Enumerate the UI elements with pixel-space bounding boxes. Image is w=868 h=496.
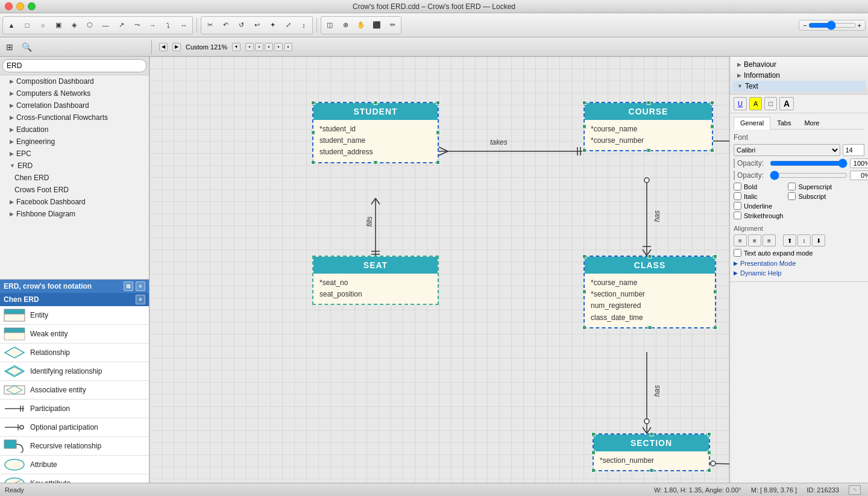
tab-general[interactable]: General: [734, 117, 770, 130]
sidebar-item-epc[interactable]: ▶ EPC: [0, 148, 149, 160]
bold-checkbox[interactable]: [734, 183, 741, 190]
entity-course[interactable]: COURSE *course_name*course_number: [583, 102, 713, 151]
sidebar-item-crows-foot-erd[interactable]: Crows Foot ERD: [0, 184, 149, 196]
line-tool[interactable]: —: [98, 18, 113, 33]
redo-tool[interactable]: ↺: [234, 18, 248, 33]
canvas[interactable]: takes fills has has teaches tea STUDENT …: [149, 57, 729, 483]
undo-tool[interactable]: ↶: [218, 18, 233, 33]
search-btn[interactable]: 🔍: [19, 40, 34, 54]
zoom-dropdown-btn[interactable]: ▾: [232, 43, 241, 51]
text-size-btn[interactable]: A: [779, 97, 794, 110]
cut-tool[interactable]: ✂: [203, 18, 217, 33]
connector-tool3[interactable]: ⤵: [161, 18, 175, 33]
stencil-close-btn-2[interactable]: ×: [136, 295, 145, 304]
ellipse-tool[interactable]: ○: [36, 18, 50, 33]
stencil-item-attribute[interactable]: Attribute: [0, 456, 149, 474]
stencil-item-weak-entity[interactable]: Weak entity: [0, 325, 149, 344]
align-top-btn[interactable]: ⬆: [783, 234, 796, 246]
sidebar-item-erd[interactable]: ▼ ERD: [0, 160, 149, 172]
entity-section[interactable]: SECTION *section_number: [593, 433, 710, 471]
page-size-2[interactable]: ▪: [255, 43, 263, 51]
tab-tabs[interactable]: Tabs: [770, 117, 797, 129]
align-center-btn[interactable]: ≡: [748, 234, 761, 246]
rotate-left[interactable]: ↩: [250, 18, 264, 33]
entity-student[interactable]: STUDENT *student_idstudent_namestudent_a…: [312, 102, 439, 163]
stencil-item-entity[interactable]: Entity: [0, 306, 149, 325]
stencil-item-associative[interactable]: Associative entity: [0, 381, 149, 400]
color2-swatch[interactable]: [734, 171, 735, 180]
connector-tool4[interactable]: ↔: [177, 18, 191, 33]
search-input[interactable]: [2, 59, 146, 72]
connector-tool1[interactable]: ⤳: [130, 18, 144, 33]
flip-tool[interactable]: ↕: [297, 18, 311, 33]
sidebar-item-facebook[interactable]: ▶ Facebook Dashboard: [0, 196, 149, 208]
close-button[interactable]: [5, 2, 13, 10]
page-size-3[interactable]: ▪: [265, 43, 273, 51]
stencil-item-identifying-rel[interactable]: Identifying relationship: [0, 362, 149, 381]
sidebar-item-correlation[interactable]: ▶ Correlation Dashboard: [0, 99, 149, 111]
arrow-tool[interactable]: ↗: [114, 18, 128, 33]
stencil-close-btn[interactable]: ×: [136, 281, 145, 291]
page-size-4[interactable]: ▪: [274, 43, 283, 51]
align-bottom-btn[interactable]: ⬇: [812, 234, 825, 246]
opacity1-value[interactable]: [850, 159, 868, 168]
stencil-item-participation[interactable]: Participation: [0, 400, 149, 418]
connector-tool2[interactable]: →: [145, 18, 160, 33]
grid-view-btn[interactable]: ⊞: [2, 40, 17, 54]
zoom-plus-icon[interactable]: +: [858, 22, 861, 29]
font-size-input[interactable]: [843, 144, 864, 156]
sidebar-item-fishbone[interactable]: ▶ Fishbone Diagram: [0, 208, 149, 220]
page-next-btn[interactable]: ▶: [172, 43, 181, 51]
shape-tool2[interactable]: ⬡: [83, 18, 97, 33]
superscript-checkbox[interactable]: [788, 183, 796, 190]
panel-tree-text[interactable]: ▼ Text: [732, 81, 866, 92]
pen-tool[interactable]: ✏: [385, 18, 400, 33]
page-size-5[interactable]: ▪: [284, 43, 292, 51]
star-tool[interactable]: ✦: [265, 18, 280, 33]
text-bg-btn[interactable]: □: [764, 97, 777, 110]
rect-tool[interactable]: □: [20, 18, 34, 33]
shape-tool1[interactable]: ◈: [67, 18, 81, 33]
panel-tree-information[interactable]: ▶ Information: [732, 70, 866, 81]
table-tool[interactable]: ▣: [51, 18, 66, 33]
dynamic-help-link[interactable]: ▶ Dynamic Help: [734, 268, 864, 278]
zoom-slider[interactable]: [808, 20, 857, 30]
sidebar-item-crossfunc[interactable]: ▶ Cross-Functional Flowcharts: [0, 111, 149, 124]
align-right-btn[interactable]: ≡: [763, 234, 776, 246]
align-left-btn[interactable]: ≡: [734, 234, 747, 246]
maximize-button[interactable]: [28, 2, 36, 10]
entity-class[interactable]: CLASS *course_name*section_numbernum_reg…: [583, 256, 716, 328]
stencil-grid-btn[interactable]: ⊞: [124, 281, 133, 291]
sidebar-item-engineering[interactable]: ▶ Engineering: [0, 136, 149, 148]
underline-checkbox[interactable]: [734, 202, 741, 210]
resize-handle[interactable]: ⤡: [849, 485, 861, 495]
sidebar-item-education[interactable]: ▶ Education: [0, 124, 149, 136]
tab-more[interactable]: More: [797, 117, 826, 129]
opacity2-value[interactable]: [850, 171, 868, 180]
pan-tool[interactable]: ✋: [354, 18, 368, 33]
stencil-item-relationship[interactable]: Relationship: [0, 344, 149, 362]
presentation-mode-link[interactable]: ▶ Presentation Mode: [734, 259, 864, 268]
sidebar-item-computers[interactable]: ▶ Computers & Networks: [0, 87, 149, 99]
zoom-minus-icon[interactable]: −: [803, 22, 807, 29]
entity-seat[interactable]: SEAT *seat_noseat_position: [312, 256, 439, 305]
strikethrough-checkbox[interactable]: [734, 212, 741, 219]
opacity2-slider[interactable]: [770, 172, 848, 179]
auto-expand-checkbox[interactable]: [734, 249, 741, 257]
pages-tool[interactable]: ◫: [322, 18, 337, 33]
stencil-item-optional-part[interactable]: Optional participation: [0, 418, 149, 437]
text-highlight-btn[interactable]: A: [749, 97, 762, 110]
sidebar-item-chen-erd[interactable]: Chen ERD: [0, 172, 149, 184]
select-tool[interactable]: ▲: [4, 18, 19, 33]
minimize-button[interactable]: [16, 2, 24, 10]
color1-swatch[interactable]: [734, 159, 735, 168]
text-underline-style-btn[interactable]: U: [734, 97, 747, 110]
stencil-item-recursive[interactable]: Recursive relationship: [0, 437, 149, 456]
print-tool[interactable]: ⬛: [370, 18, 384, 33]
align-middle-btn[interactable]: ↕: [797, 234, 811, 246]
subscript-checkbox[interactable]: [788, 192, 796, 200]
zoom-in-tool[interactable]: ⊕: [338, 18, 353, 33]
italic-checkbox[interactable]: [734, 192, 741, 200]
expand-tool[interactable]: ⤢: [281, 18, 295, 33]
stencil-item-key-attr[interactable]: Key attribute: [0, 474, 149, 483]
